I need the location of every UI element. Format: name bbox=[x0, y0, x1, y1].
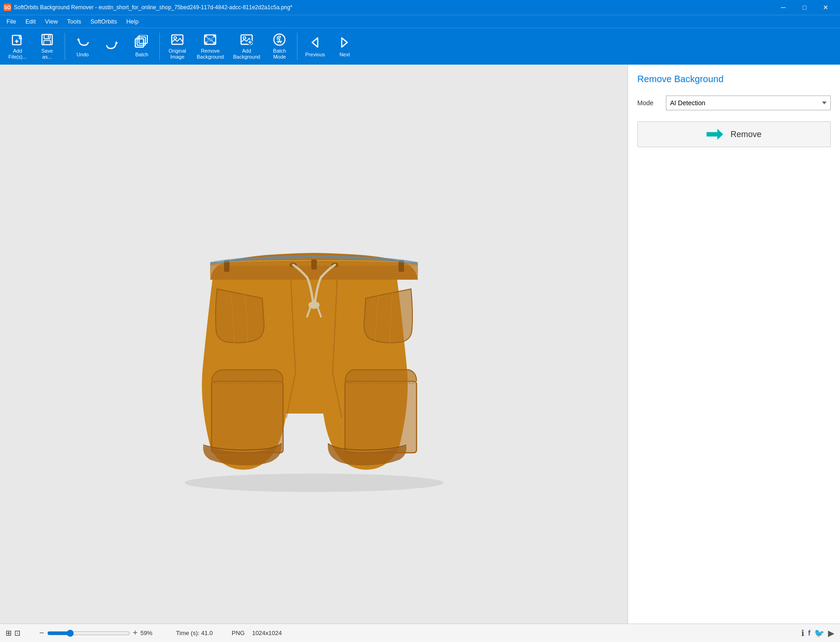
svg-marker-28 bbox=[312, 38, 318, 47]
batch-label: Batch bbox=[135, 52, 148, 58]
main-area: Remove Background Mode AI Detection Manu… bbox=[0, 65, 840, 624]
svg-rect-19 bbox=[210, 38, 213, 40]
mode-row: Mode AI Detection Manual Color bbox=[637, 96, 831, 110]
previous-icon bbox=[308, 35, 322, 50]
undo-icon bbox=[75, 35, 90, 50]
mode-select[interactable]: AI Detection Manual Color bbox=[666, 96, 831, 110]
svg-marker-29 bbox=[342, 38, 347, 47]
batch-mode-icon bbox=[272, 33, 287, 47]
remove-background-icon bbox=[203, 33, 218, 47]
menubar: File Edit View Tools SoftOrbits Help bbox=[0, 15, 840, 28]
app-icon: SO bbox=[4, 4, 11, 11]
menu-view[interactable]: View bbox=[40, 16, 62, 27]
original-image-button[interactable]: OriginalImage bbox=[163, 30, 191, 63]
view-icons: ⊞ ⊡ bbox=[6, 629, 20, 637]
image-display bbox=[157, 187, 471, 501]
svg-rect-17 bbox=[210, 39, 213, 41]
toolbar-divider-3 bbox=[297, 33, 297, 60]
close-button[interactable]: ✕ bbox=[815, 0, 836, 15]
video-icon[interactable]: ▶ bbox=[828, 628, 834, 638]
undo-label: Undo bbox=[77, 52, 89, 58]
menu-help[interactable]: Help bbox=[121, 16, 143, 27]
status-divider-3 bbox=[222, 629, 223, 638]
toolbar-divider-2 bbox=[159, 33, 160, 60]
redo-button[interactable] bbox=[98, 30, 126, 63]
next-button[interactable]: Next bbox=[331, 30, 358, 63]
format-label: PNG bbox=[232, 630, 245, 636]
mode-label: Mode bbox=[637, 99, 660, 107]
svg-rect-39 bbox=[212, 381, 283, 453]
next-icon bbox=[337, 35, 352, 50]
minimize-button[interactable]: ─ bbox=[773, 0, 794, 15]
remove-background-label: RemoveBackground bbox=[197, 48, 224, 60]
right-panel: Remove Background Mode AI Detection Manu… bbox=[628, 65, 840, 624]
add-background-button[interactable]: AddBackground bbox=[230, 30, 264, 63]
svg-point-21 bbox=[243, 36, 246, 39]
window-title: SoftOrbits Background Remover - eustin_s… bbox=[14, 4, 292, 11]
zoom-plus-button[interactable]: + bbox=[133, 628, 138, 638]
original-image-icon bbox=[170, 33, 185, 47]
menu-tools[interactable]: Tools bbox=[62, 16, 85, 27]
remove-button[interactable]: Remove bbox=[637, 121, 831, 147]
grid-view-icon[interactable]: ⊞ bbox=[6, 629, 12, 637]
svg-rect-8 bbox=[44, 40, 51, 44]
batch-mode-label: BatchMode bbox=[273, 48, 286, 60]
add-files-label: AddFile(s)... bbox=[8, 48, 27, 60]
svg-rect-11 bbox=[137, 37, 145, 45]
zoom-controls: − + 59% bbox=[39, 628, 157, 638]
original-image-label: OriginalImage bbox=[169, 48, 186, 60]
time-label: Time (s): 41.0 bbox=[176, 630, 213, 636]
redo-icon bbox=[105, 38, 120, 53]
add-files-button[interactable]: AddFile(s)... bbox=[4, 30, 31, 63]
facebook-icon[interactable]: f bbox=[808, 629, 810, 637]
shorts-svg bbox=[157, 187, 471, 501]
toolbar: AddFile(s)... Saveas... Undo bbox=[0, 28, 840, 65]
status-divider-2 bbox=[166, 629, 167, 638]
svg-rect-41 bbox=[345, 381, 417, 453]
zoom-minus-button[interactable]: − bbox=[39, 628, 44, 638]
statusbar: ⊞ ⊡ − + 59% Time (s): 41.0 PNG 1024x1024… bbox=[0, 624, 840, 642]
dimensions-label: 1024x1024 bbox=[252, 630, 282, 636]
titlebar-left: SO SoftOrbits Background Remover - eusti… bbox=[4, 4, 292, 11]
batch-icon bbox=[134, 35, 149, 50]
svg-rect-7 bbox=[44, 34, 50, 38]
batch-mode-button[interactable]: BatchMode bbox=[266, 30, 293, 63]
zoom-value: 59% bbox=[140, 630, 157, 636]
twitter-icon[interactable]: 🐦 bbox=[814, 628, 824, 638]
toolbar-divider-1 bbox=[65, 33, 65, 60]
save-icon bbox=[40, 33, 54, 47]
svg-rect-16 bbox=[208, 38, 211, 40]
svg-rect-45 bbox=[311, 259, 317, 270]
panel-title: Remove Background bbox=[637, 74, 831, 84]
batch-button[interactable]: Batch bbox=[128, 30, 156, 63]
svg-point-31 bbox=[185, 474, 443, 492]
add-background-label: AddBackground bbox=[233, 48, 260, 60]
undo-button[interactable]: Undo bbox=[69, 30, 97, 63]
menu-file[interactable]: File bbox=[2, 16, 21, 27]
info-icon[interactable]: ℹ bbox=[801, 628, 804, 638]
svg-point-26 bbox=[279, 38, 281, 40]
svg-point-14 bbox=[174, 36, 177, 39]
previous-button[interactable]: Previous bbox=[301, 30, 329, 63]
maximize-button[interactable]: □ bbox=[794, 0, 815, 15]
svg-rect-18 bbox=[208, 39, 211, 41]
titlebar: SO SoftOrbits Background Remover - eusti… bbox=[0, 0, 840, 15]
next-label: Next bbox=[339, 52, 350, 58]
window-controls: ─ □ ✕ bbox=[773, 0, 836, 15]
menu-edit[interactable]: Edit bbox=[21, 16, 40, 27]
frame-view-icon[interactable]: ⊡ bbox=[14, 629, 20, 637]
remove-button-label: Remove bbox=[731, 130, 761, 139]
save-as-button[interactable]: Saveas... bbox=[33, 30, 61, 63]
status-divider-1 bbox=[30, 629, 30, 638]
add-background-icon bbox=[239, 33, 254, 47]
statusbar-right: ℹ f 🐦 ▶ bbox=[801, 628, 834, 638]
remove-background-button[interactable]: RemoveBackground bbox=[193, 30, 228, 63]
add-files-icon bbox=[10, 33, 25, 47]
zoom-slider[interactable] bbox=[47, 630, 130, 637]
save-as-label: Saveas... bbox=[41, 48, 53, 60]
previous-label: Previous bbox=[305, 52, 325, 58]
menu-softorbits[interactable]: SoftOrbits bbox=[86, 16, 122, 27]
canvas-area[interactable] bbox=[0, 65, 628, 624]
remove-arrow-icon bbox=[707, 129, 723, 140]
